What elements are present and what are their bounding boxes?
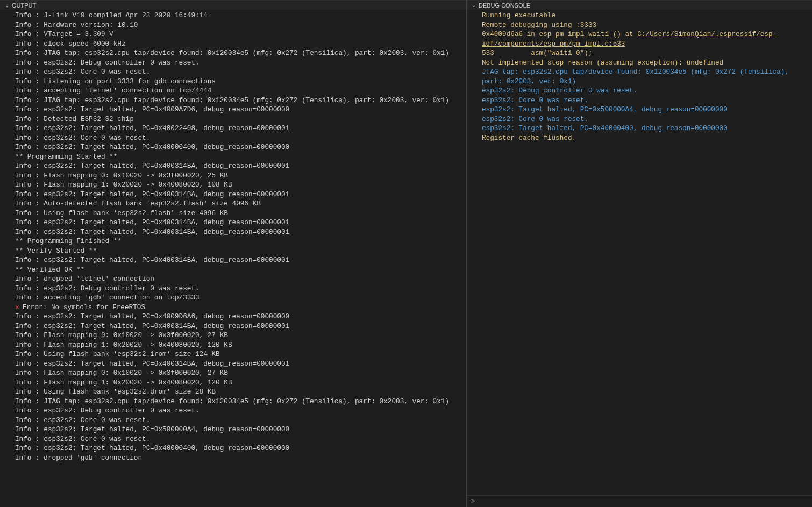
output-line: Info : accepting 'telnet' connection on …	[15, 86, 466, 96]
debug-console-line: Remote debugging using :3333	[482, 20, 812, 30]
output-line: Info : Flash mapping 0: 0x10020 -> 0x3f0…	[15, 368, 466, 378]
output-line: ** Programming Finished **	[15, 237, 466, 246]
output-line: Info : esp32s2: Target halted, PC=0x4003…	[15, 359, 466, 369]
output-line: Info : Detected ESP32-S2 chip	[15, 115, 466, 124]
output-line: Info : esp32s2: Target halted, PC=0x4003…	[15, 322, 466, 331]
prompt-icon: >	[471, 498, 475, 505]
debug-console-line: 533 asm("waiti 0");	[482, 48, 812, 58]
output-panel: ⌄ OUTPUT Info : J-Link V10 compiled Apr …	[0, 0, 467, 507]
debug-console-line: Register cache flushed.	[482, 133, 812, 143]
output-line: Info : Using flash bank 'esp32s2.drom' s…	[15, 387, 466, 397]
output-line: Info : esp32s2: Debug controller 0 was r…	[15, 284, 466, 294]
chevron-down-icon: ⌄	[471, 2, 476, 8]
output-line: Info : J-Link V10 compiled Apr 23 2020 1…	[15, 11, 466, 20]
output-line: Info : esp32s2: Debug controller 0 was r…	[15, 406, 466, 416]
debug-console-line: 0x4009d6a6 in esp_pm_impl_waiti () at C:…	[482, 30, 812, 48]
debug-console-line: Running executable	[482, 11, 812, 20]
output-line: Info : JTAG tap: esp32s2.cpu tap/device …	[15, 96, 466, 105]
output-line: Info : esp32s2: Target halted, PC=0x4002…	[15, 124, 466, 133]
output-line: Info : JTAG tap: esp32s2.cpu tap/device …	[15, 48, 466, 58]
debug-line-prefix: 0x4009d6a6 in esp_pm_impl_waiti () at	[482, 30, 637, 38]
debug-console-line: esp32s2: Core 0 was reset.	[482, 96, 812, 105]
debug-console-body[interactable]: Running executableRemote debugging using…	[467, 10, 812, 495]
output-line: Info : esp32s2: Core 0 was reset.	[15, 434, 466, 444]
output-panel-body[interactable]: Info : J-Link V10 compiled Apr 23 2020 1…	[0, 10, 466, 507]
output-line: Info : esp32s2: Target halted, PC=0x4003…	[15, 190, 466, 199]
debug-console-line: JTAG tap: esp32s2.cpu tap/device found: …	[482, 67, 812, 86]
debug-console-line: esp32s2: Debug controller 0 was reset.	[482, 86, 812, 96]
output-line: Info : dropped 'gdb' connection	[15, 453, 466, 463]
output-line: Info : Using flash bank 'esp32s2.flash' …	[15, 209, 466, 218]
output-line: Info : Auto-detected flash bank 'esp32s2…	[15, 199, 466, 209]
output-line: Info : Flash mapping 0: 0x10020 -> 0x3f0…	[15, 171, 466, 181]
output-line: Info : esp32s2: Core 0 was reset.	[15, 416, 466, 425]
output-line: Info : dropped 'telnet' connection	[15, 274, 466, 284]
output-line: Info : esp32s2: Target halted, PC=0x4003…	[15, 227, 466, 237]
debug-console-title: DEBUG CONSOLE	[479, 2, 530, 9]
debug-console-line: esp32s2: Target halted, PC=0x40000400, d…	[482, 124, 812, 133]
output-line: Info : esp32s2: Target halted, PC=0x4000…	[15, 444, 466, 453]
error-icon: ✕	[15, 303, 19, 311]
debug-console-line: esp32s2: Core 0 was reset.	[482, 115, 812, 124]
output-line: Info : Flash mapping 1: 0x20020 -> 0x400…	[15, 340, 466, 350]
output-line: Info : Listening on port 3333 for gdb co…	[15, 77, 466, 87]
debug-console-line: Not implemented stop reason (assuming ex…	[482, 58, 812, 68]
output-line: Info : esp32s2: Target halted, PC=0x4003…	[15, 161, 466, 171]
output-line: ** Programming Started **	[15, 152, 466, 162]
debug-console-header[interactable]: ⌄ DEBUG CONSOLE	[467, 0, 812, 10]
output-line: Info : Using flash bank 'esp32s2.irom' s…	[15, 349, 466, 359]
output-line: Info : accepting 'gdb' connection on tcp…	[15, 293, 466, 303]
debug-console-line: esp32s2: Target halted, PC=0x500000A4, d…	[482, 105, 812, 115]
output-line: Info : Flash mapping 0: 0x10020 -> 0x3f0…	[15, 331, 466, 340]
output-line: Info : esp32s2: Target halted, PC=0x5000…	[15, 425, 466, 434]
output-line: Info : VTarget = 3.309 V	[15, 30, 466, 39]
output-panel-header[interactable]: ⌄ OUTPUT	[0, 0, 466, 10]
output-line: Info : Flash mapping 1: 0x20020 -> 0x400…	[15, 378, 466, 388]
output-line: Info : esp32s2: Target halted, PC=0x4009…	[15, 105, 466, 115]
output-line: Info : esp32s2: Debug controller 0 was r…	[15, 58, 466, 68]
debug-console-input[interactable]: >	[467, 495, 812, 507]
output-line: Info : Flash mapping 1: 0x20020 -> 0x400…	[15, 180, 466, 190]
output-line: Info : JTAG tap: esp32s2.cpu tap/device …	[15, 397, 466, 406]
output-line: Info : esp32s2: Core 0 was reset.	[15, 133, 466, 143]
debug-console-panel: ⌄ DEBUG CONSOLE Running executableRemote…	[467, 0, 812, 507]
output-line: Info : esp32s2: Target halted, PC=0x4009…	[15, 312, 466, 322]
output-line: ** Verified OK **	[15, 265, 466, 275]
output-line: Info : esp32s2: Target halted, PC=0x4003…	[15, 218, 466, 227]
output-panel-title: OUTPUT	[12, 2, 36, 9]
output-line: Info : clock speed 6000 kHz	[15, 39, 466, 49]
output-line: Info : Hardware version: 10.10	[15, 20, 466, 30]
output-line: Info : esp32s2: Target halted, PC=0x4000…	[15, 142, 466, 152]
output-line: ✕Error: No symbols for FreeRTOS	[15, 303, 466, 312]
output-line: Info : esp32s2: Core 0 was reset.	[15, 67, 466, 77]
chevron-down-icon: ⌄	[4, 2, 10, 8]
output-line: Info : esp32s2: Target halted, PC=0x4003…	[15, 255, 466, 265]
output-line: ** Verify Started **	[15, 246, 466, 256]
